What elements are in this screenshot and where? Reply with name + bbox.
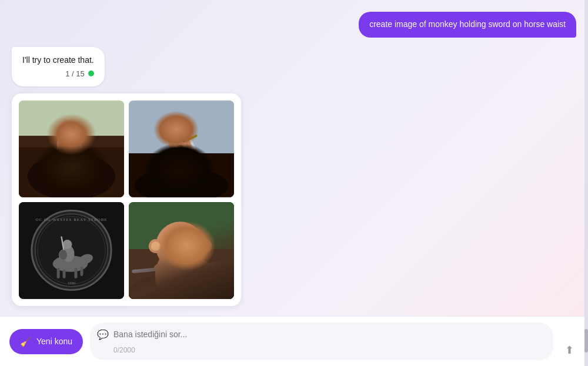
svg-rect-30 xyxy=(63,269,66,278)
svg-point-13 xyxy=(135,167,228,197)
svg-point-48 xyxy=(183,238,192,246)
svg-rect-40 xyxy=(129,202,234,249)
svg-rect-21 xyxy=(185,134,198,142)
messages-area: create image of monkey holding sword on … xyxy=(0,0,588,316)
send-button[interactable]: ⬆ xyxy=(560,339,579,361)
svg-point-17 xyxy=(175,139,179,142)
assistant-message: I'll try to create that. 1 / 15 xyxy=(12,47,576,86)
svg-point-3 xyxy=(28,153,115,197)
svg-rect-32 xyxy=(80,266,83,276)
input-row: 💬 xyxy=(97,325,546,344)
chat-input[interactable] xyxy=(113,325,546,344)
svg-point-49 xyxy=(171,240,176,245)
svg-point-44 xyxy=(155,246,208,299)
assistant-bubble: I'll try to create that. 1 / 15 xyxy=(12,47,105,86)
svg-point-45 xyxy=(156,221,205,271)
user-message-text: create image of monkey holding sword on … xyxy=(369,19,566,29)
chat-icon: 💬 xyxy=(97,329,109,340)
svg-rect-9 xyxy=(74,121,83,153)
scrollbar-thumb[interactable] xyxy=(584,329,588,352)
new-topic-label: Yeni konu xyxy=(36,337,72,346)
char-count: 0/2000 xyxy=(97,345,546,358)
svg-point-37 xyxy=(59,250,68,260)
svg-rect-29 xyxy=(57,267,60,278)
svg-point-42 xyxy=(129,272,234,298)
svg-rect-20 xyxy=(181,120,202,163)
svg-point-19 xyxy=(178,145,183,149)
svg-point-57 xyxy=(198,239,212,253)
input-wrapper: 💬 0/2000 xyxy=(90,323,553,360)
svg-point-16 xyxy=(174,140,187,151)
image-grid: OC OG WESTES REAY STROBE xyxy=(19,100,234,299)
svg-point-53 xyxy=(177,246,184,251)
image-cell-2[interactable] xyxy=(129,100,234,197)
svg-text:1886: 1886 xyxy=(68,280,76,285)
svg-rect-12 xyxy=(129,153,234,197)
svg-rect-0 xyxy=(19,100,124,197)
svg-rect-43 xyxy=(132,261,231,273)
image-cell-4[interactable] xyxy=(129,202,234,299)
svg-point-47 xyxy=(169,238,177,246)
svg-point-8 xyxy=(70,128,73,131)
svg-point-14 xyxy=(169,143,195,176)
svg-point-46 xyxy=(166,237,195,263)
svg-point-5 xyxy=(58,120,79,142)
svg-rect-39 xyxy=(129,202,234,298)
svg-point-60 xyxy=(195,260,209,270)
assistant-text: I'll try to create that. xyxy=(22,55,94,65)
broom-icon: 🧹 xyxy=(20,336,32,347)
svg-text:OC OG WESTES REAY STROBE: OC OG WESTES REAY STROBE xyxy=(35,217,107,222)
status-dot xyxy=(88,70,94,76)
svg-rect-2 xyxy=(19,147,124,197)
svg-point-50 xyxy=(186,240,191,245)
send-icon: ⬆ xyxy=(565,344,574,356)
svg-rect-11 xyxy=(129,100,234,197)
user-bubble: create image of monkey holding sword on … xyxy=(359,12,576,38)
svg-point-58 xyxy=(200,241,209,251)
image-grid-card: OC OG WESTES REAY STROBE xyxy=(12,93,241,306)
svg-point-59 xyxy=(153,262,168,273)
svg-point-55 xyxy=(149,239,163,253)
svg-point-6 xyxy=(63,129,75,138)
svg-rect-1 xyxy=(19,136,124,197)
svg-point-52 xyxy=(188,241,190,243)
svg-rect-41 xyxy=(129,249,234,299)
svg-point-15 xyxy=(169,131,192,155)
image-cell-1[interactable] xyxy=(19,100,124,197)
new-topic-button[interactable]: 🧹 Yeni konu xyxy=(9,329,83,354)
bottom-bar-inner: 🧹 Yeni konu 💬 0/2000 ⬆ xyxy=(0,317,588,366)
svg-point-7 xyxy=(64,128,67,131)
image-cell-3[interactable]: OC OG WESTES REAY STROBE xyxy=(19,202,124,299)
pagination-text: 1 / 15 xyxy=(65,69,85,78)
svg-point-18 xyxy=(182,139,185,142)
svg-point-22 xyxy=(185,147,199,159)
svg-point-56 xyxy=(151,241,161,251)
svg-point-51 xyxy=(173,241,175,243)
chat-container: create image of monkey holding sword on … xyxy=(0,0,588,366)
user-message: create image of monkey holding sword on … xyxy=(12,12,576,38)
bottom-bar: 🧹 Yeni konu 💬 0/2000 ⬆ xyxy=(0,316,588,366)
svg-rect-31 xyxy=(74,267,77,278)
svg-rect-10 xyxy=(74,132,83,136)
svg-point-4 xyxy=(57,130,81,159)
scrollbar-track[interactable] xyxy=(584,0,588,366)
svg-point-54 xyxy=(175,252,186,260)
